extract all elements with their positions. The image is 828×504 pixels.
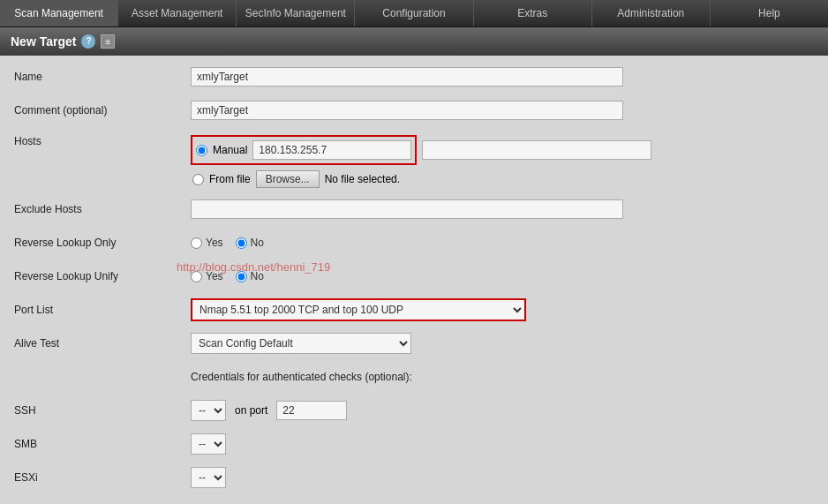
esxi-label: ESXi — [14, 471, 191, 484]
name-row: Name — [14, 64, 814, 89]
hosts-manual-radio[interactable] — [196, 145, 207, 156]
credentials-label: Credentials for authenticated checks (op… — [191, 371, 412, 383]
alive-test-label: Alive Test — [14, 337, 191, 350]
ssh-label: SSH — [14, 404, 191, 417]
top-navigation: Scan Management Asset Management SecInfo… — [0, 0, 828, 27]
nav-extras[interactable]: Extras — [474, 0, 592, 26]
exclude-hosts-row: Exclude Hosts — [14, 197, 814, 222]
reverse-lookup-unify-label: Reverse Lookup Unify — [14, 270, 191, 282]
name-field — [191, 67, 814, 87]
smb-field: -- — [191, 433, 814, 455]
hosts-from-file-label[interactable]: From file — [209, 173, 251, 185]
comment-label: Comment (optional) — [14, 104, 191, 117]
port-list-label: Port List — [14, 304, 191, 316]
hosts-manual-label[interactable]: Manual — [213, 144, 247, 156]
esxi-credential-select[interactable]: -- — [191, 467, 226, 488]
comment-row: Comment (optional) — [14, 98, 814, 123]
browse-button[interactable]: Browse... — [256, 170, 320, 188]
rlu-no-label[interactable]: No — [251, 270, 264, 282]
hosts-extra-input[interactable] — [422, 140, 651, 160]
page-title: New Target — [11, 34, 76, 49]
exclude-hosts-field — [191, 199, 814, 219]
smb-label: SMB — [14, 438, 191, 450]
esxi-row: ESXi -- — [14, 465, 814, 490]
nav-asset-management[interactable]: Asset Management — [118, 0, 237, 26]
comment-field — [191, 101, 814, 120]
name-label: Name — [14, 71, 191, 83]
hosts-manual-input[interactable] — [252, 140, 411, 160]
port-list-field: Nmap 5.51 top 2000 TCP and top 100 UDP A… — [191, 298, 814, 321]
rlo-yes-label[interactable]: Yes — [206, 237, 223, 249]
alive-test-field: Scan Config Default ICMP Ping TCP-ACK Se… — [191, 333, 814, 354]
name-input[interactable] — [191, 67, 623, 87]
ssh-row: SSH -- on port — [14, 398, 814, 423]
hosts-file-row: From file Browse... No file selected. — [192, 170, 814, 188]
reverse-lookup-only-field: Yes No — [191, 237, 814, 249]
main-area: New Target ? ≡ Name Comment (optional) — [0, 27, 828, 504]
rlu-yes-label[interactable]: Yes — [206, 270, 223, 282]
hosts-file-radio[interactable] — [192, 174, 204, 185]
ssh-on-port-label: on port — [235, 404, 267, 417]
ssh-credential-select[interactable]: -- — [191, 400, 226, 421]
port-list-select[interactable]: Nmap 5.51 top 2000 TCP and top 100 UDP A… — [191, 298, 526, 321]
nav-scan-management[interactable]: Scan Management — [0, 0, 118, 26]
smb-row: SMB -- — [14, 432, 814, 456]
reverse-lookup-only-row: Reverse Lookup Only Yes No — [14, 230, 814, 255]
rlo-no-radio[interactable] — [236, 237, 247, 249]
panel-header: New Target ? ≡ — [0, 27, 828, 56]
rlo-no-label[interactable]: No — [251, 237, 264, 249]
ssh-field: -- on port — [191, 400, 814, 421]
ssh-port-input[interactable] — [276, 401, 347, 420]
bottom-bar: Create Target — [0, 499, 828, 504]
rlu-yes-radio[interactable] — [191, 271, 202, 282]
list-icon[interactable]: ≡ — [101, 34, 115, 49]
nav-administration[interactable]: Administration — [592, 0, 711, 26]
rlo-yes-radio[interactable] — [191, 237, 202, 249]
rlu-no-radio[interactable] — [236, 271, 247, 282]
credentials-header-field: Credentials for authenticated checks (op… — [191, 371, 814, 383]
exclude-hosts-label: Exclude Hosts — [14, 203, 191, 215]
nav-secinfo-management[interactable]: SecInfo Management — [237, 0, 355, 26]
esxi-field: -- — [191, 467, 814, 488]
credentials-header-row: Credentials for authenticated checks (op… — [14, 365, 814, 389]
hosts-label: Hosts — [14, 135, 191, 147]
comment-input[interactable] — [191, 101, 623, 120]
hosts-manual-box: Manual — [191, 135, 417, 165]
smb-credential-select[interactable]: -- — [191, 433, 226, 455]
exclude-hosts-input[interactable] — [191, 199, 623, 219]
alive-test-row: Alive Test Scan Config Default ICMP Ping… — [14, 331, 814, 356]
nav-configuration[interactable]: Configuration — [355, 0, 473, 26]
port-list-row: Port List Nmap 5.51 top 2000 TCP and top… — [14, 297, 814, 322]
hosts-row: Hosts Manual From — [14, 132, 814, 188]
nav-help[interactable]: Help — [711, 0, 828, 26]
form-body: Name Comment (optional) Hosts — [0, 64, 828, 490]
reverse-lookup-unify-field: Yes No — [191, 270, 814, 282]
reverse-lookup-unify-row: Reverse Lookup Unify Yes No — [14, 264, 814, 289]
help-icon[interactable]: ? — [81, 34, 95, 49]
alive-test-select[interactable]: Scan Config Default ICMP Ping TCP-ACK Se… — [191, 333, 411, 354]
hosts-field: Manual From file Browse... No file selec… — [191, 135, 814, 188]
reverse-lookup-only-label: Reverse Lookup Only — [14, 237, 191, 249]
no-file-label: No file selected. — [325, 173, 400, 185]
